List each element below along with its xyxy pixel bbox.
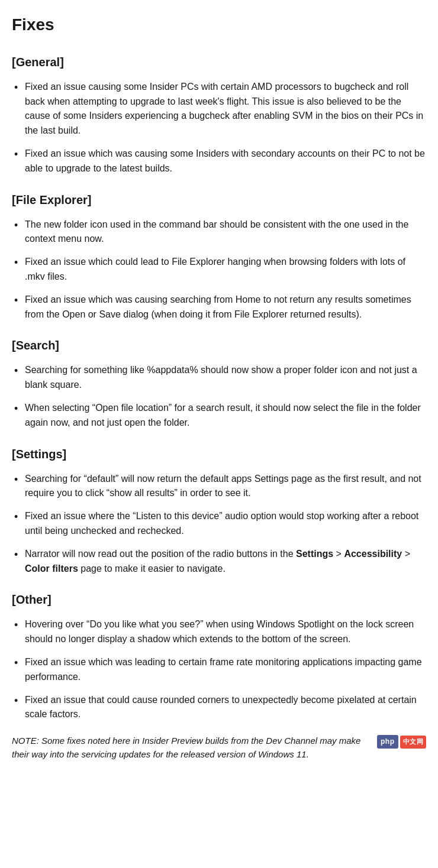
item-text: Searching for something like %appdata% s… — [25, 365, 417, 390]
item-text: Fixed an issue where the “Listen to this… — [25, 511, 418, 536]
list-item: Fixed an issue that could cause rounded … — [12, 693, 426, 723]
item-text: Fixed an issue which could lead to File … — [25, 257, 405, 281]
note-text: NOTE: Some fixes noted here in Insider P… — [12, 734, 372, 762]
section-heading-search: [Search] — [12, 336, 426, 355]
php-badge: php — [377, 735, 398, 749]
item-text-after: page to make it easier to navigate. — [78, 563, 226, 574]
list-item: Fixed an issue which was causing searchi… — [12, 293, 426, 322]
section-heading-file-explorer: [File Explorer] — [12, 190, 426, 209]
item-bold-accessibility: Accessibility — [344, 549, 402, 559]
item-text: Fixed an issue causing some Insider PCs … — [25, 82, 423, 135]
cn-badge: 中文网 — [400, 736, 427, 749]
section-heading-other: [Other] — [12, 590, 426, 609]
item-bold-settings: Settings — [296, 549, 333, 559]
list-item: The new folder icon used in the command … — [12, 218, 426, 247]
other-list: Hovering over “Do you like what you see?… — [12, 617, 426, 722]
item-text-mid1: > — [333, 549, 344, 559]
list-item: Fixed an issue which was causing some In… — [12, 147, 426, 176]
list-item: Fixed an issue where the “Listen to this… — [12, 509, 426, 539]
general-list: Fixed an issue causing some Insider PCs … — [12, 80, 426, 176]
search-list: Searching for something like %appdata% s… — [12, 363, 426, 430]
list-item: Fixed an issue causing some Insider PCs … — [12, 80, 426, 138]
item-text: Fixed an issue that could cause rounded … — [25, 695, 417, 720]
list-item: Narrator will now read out the position … — [12, 547, 426, 576]
item-text-mid2: > — [402, 549, 410, 559]
item-text: When selecting “Open file location” for … — [25, 403, 421, 427]
list-item: Fixed an issue which was leading to cert… — [12, 655, 426, 685]
item-bold-color-filters: Color filters — [25, 563, 78, 574]
item-text-before: Narrator will now read out the position … — [25, 549, 296, 559]
item-text: Hovering over “Do you like what you see?… — [25, 619, 414, 644]
page-title: Fixes — [12, 12, 426, 38]
settings-list: Searching for “default” will now return … — [12, 472, 426, 576]
section-heading-general: [General] — [12, 53, 426, 72]
list-item: Searching for something like %appdata% s… — [12, 363, 426, 393]
item-text: Fixed an issue which was causing some In… — [25, 148, 425, 173]
item-text: The new folder icon used in the command … — [25, 219, 408, 244]
list-item: Fixed an issue which could lead to File … — [12, 255, 426, 284]
list-item: Hovering over “Do you like what you see?… — [12, 617, 426, 647]
note-section: NOTE: Some fixes noted here in Insider P… — [12, 734, 426, 762]
item-text: Searching for “default” will now return … — [25, 474, 421, 498]
item-text: Fixed an issue which was causing searchi… — [25, 294, 411, 319]
badge-container: php 中文网 — [377, 735, 426, 749]
section-heading-settings: [Settings] — [12, 445, 426, 464]
item-text: Fixed an issue which was leading to cert… — [25, 657, 422, 682]
list-item: Searching for “default” will now return … — [12, 472, 426, 501]
list-item: When selecting “Open file location” for … — [12, 401, 426, 430]
file-explorer-list: The new folder icon used in the command … — [12, 218, 426, 322]
